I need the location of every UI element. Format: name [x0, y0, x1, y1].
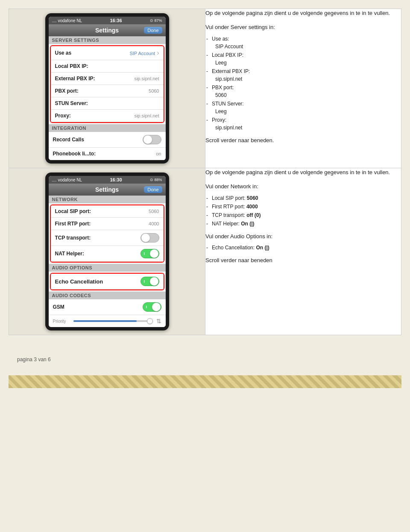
row-pbx-port: PBX port: 5060 [51, 85, 164, 97]
row-use-as[interactable]: Use as SIP Account [51, 46, 164, 60]
iphone-screen-bottom: .... vodafone NL 16:30 ⊙ 88% Settings Do… [49, 176, 166, 327]
highlight-echo: Echo Cancellation I [50, 273, 164, 290]
instruction-local-pbx: Local PBX IP:Leeg [205, 51, 401, 67]
instruction-nat: NAT Helper: On (|) [205, 219, 401, 228]
toggle-knob-echo [150, 277, 158, 286]
toggle-label-nat: I [144, 251, 145, 256]
toggle-record-calls[interactable] [143, 135, 161, 144]
instruction-sip-port: Local SIP port: 5060 [205, 194, 401, 202]
value-rtp-port: 4000 [149, 221, 159, 226]
value-phonebook: on [156, 151, 161, 156]
label-gsm: GSM [53, 304, 64, 310]
toggle-label-echo: I [144, 279, 145, 284]
value-ext-pbx: sip.sipnl.net [134, 76, 159, 81]
row-echo[interactable]: Echo Cancellation I [51, 274, 164, 289]
instruction-pbx-port: PBX port:5060 [205, 83, 401, 99]
instruction-proxy: Proxy:sip.sipnl.net [205, 116, 401, 132]
instruction-ext-pbx: External PBX IP:sip.sipnl.net [205, 67, 401, 83]
page-number: pagina 3 van 6 [17, 357, 51, 362]
label-rtp-port: First RTP port: [55, 221, 91, 227]
status-bar-top: .... vodafone NL 16:36 ⊙ 87% [49, 17, 166, 24]
label-local-sip: Local SIP port: [55, 208, 91, 214]
carrier-top: .... vodafone NL [52, 18, 82, 23]
instruction-stun: STUN Server:Leeg [205, 99, 401, 116]
label-record-calls: Record Calls [53, 137, 84, 143]
label-echo: Echo Cancellation [55, 278, 103, 285]
bottom-audio-label: Vul onder Audio Options in: [205, 232, 401, 241]
highlight-network: Local SIP port: 5060 First RTP port: 400… [50, 205, 164, 263]
label-stun: STUN Server: [55, 100, 88, 106]
highlight-server: Use as SIP Account Local PBX IP: Externa… [50, 45, 164, 123]
row-proxy: Proxy: sip.sipnl.net [51, 110, 164, 122]
toggle-knob-nat [150, 249, 158, 258]
bottom-right-cell: Op de volgende pagina zijn dient u de vo… [205, 168, 401, 335]
row-phonebook: Phonebook li...to: on [49, 148, 166, 160]
label-ext-pbx: External PBX IP: [55, 76, 95, 82]
label-tcp: TCP transport: [55, 235, 91, 241]
top-intro-text: Op de volgende pagina zijn dient u de vo… [205, 9, 401, 18]
bottom-stripe [9, 375, 401, 388]
done-button-bottom[interactable]: Done [144, 186, 162, 193]
integration-header: Integration [49, 124, 166, 132]
label-nat: NAT Helper: [55, 251, 84, 257]
row-record-calls[interactable]: Record Calls [49, 132, 166, 148]
status-bar-bottom: .... vodafone NL 16:30 ⊙ 88% [49, 176, 166, 184]
instruction-use-as: Use as:SIP Account [205, 35, 401, 51]
time-top: 16:36 [110, 18, 122, 23]
label-phonebook: Phonebook li...to: [53, 151, 96, 157]
toggle-nat[interactable]: I [141, 249, 159, 258]
top-instructions-list: Use as:SIP Account Local PBX IP:Leeg Ext… [205, 35, 401, 132]
battery-bottom: ⊙ 88% [150, 178, 162, 182]
page-footer: pagina 3 van 6 [9, 352, 401, 371]
priority-label: Priority [53, 319, 70, 324]
top-section-label: Vul onder Server settings in: [205, 23, 401, 32]
page-wrapper: .... vodafone NL 16:36 ⊙ 87% Settings Do… [0, 0, 410, 397]
toggle-knob-tcp [141, 234, 150, 242]
toggle-knob-gsm [152, 303, 161, 311]
server-settings-header: Server settings [49, 36, 166, 44]
row-nat[interactable]: NAT Helper: I [51, 246, 164, 262]
audio-options-header: Audio Options [49, 264, 166, 272]
top-right-cell: Op de volgende pagina zijn dient u de vo… [205, 9, 401, 168]
row-local-sip: Local SIP port: 5060 [51, 205, 164, 218]
row-gsm[interactable]: GSM I [49, 299, 166, 315]
label-proxy: Proxy: [55, 113, 71, 119]
instruction-tcp: TCP transport: off (0) [205, 211, 401, 219]
navbar-title-top: Settings [95, 27, 119, 34]
audio-codecs-header: Audio Codecs [49, 292, 166, 299]
instruction-rtp-port: First RTP port: 4000 [205, 202, 401, 211]
bottom-audio-list: Echo Cancellation: On (|) [205, 243, 401, 252]
row-ext-pbx: External PBX IP: sip.sipnl.net [51, 73, 164, 85]
bottom-network-label: Vul onder Network in: [205, 182, 401, 191]
label-local-pbx: Local PBX IP: [55, 63, 88, 69]
priority-icon: ⇅ [156, 318, 161, 324]
toggle-tcp[interactable] [141, 233, 159, 243]
navbar-top: Settings Done [49, 24, 166, 36]
row-rtp-port: First RTP port: 4000 [51, 218, 164, 230]
toggle-knob-record [144, 135, 152, 144]
toggle-label-gsm: I [146, 305, 147, 309]
priority-knob[interactable] [147, 318, 153, 324]
value-proxy: sip.sipnl.net [134, 113, 159, 118]
network-header: Network [49, 196, 166, 203]
value-use-as: SIP Account [129, 49, 159, 57]
navbar-title-bottom: Settings [95, 186, 119, 193]
toggle-gsm[interactable]: I [143, 302, 161, 312]
bottom-left-cell: .... vodafone NL 16:30 ⊙ 88% Settings Do… [9, 168, 205, 335]
priority-container: Priority ⇅ [49, 315, 166, 327]
row-tcp[interactable]: TCP transport: [51, 230, 164, 246]
time-bottom: 16:30 [110, 177, 122, 182]
top-section-table: .... vodafone NL 16:36 ⊙ 87% Settings Do… [9, 9, 401, 335]
bottom-intro-text: Op de volgende pagina zijn dient u de vo… [205, 168, 401, 177]
done-button-top[interactable]: Done [144, 27, 162, 34]
iphone-top: .... vodafone NL 16:36 ⊙ 87% Settings Do… [45, 13, 169, 164]
instruction-echo: Echo Cancellation: On (|) [205, 243, 401, 252]
priority-bar[interactable] [73, 320, 153, 322]
value-local-sip: 5060 [149, 209, 159, 214]
iphone-bottom: .... vodafone NL 16:30 ⊙ 88% Settings Do… [45, 172, 169, 330]
row-local-pbx: Local PBX IP: [51, 60, 164, 73]
top-left-cell: .... vodafone NL 16:36 ⊙ 87% Settings Do… [9, 9, 205, 168]
row-stun: STUN Server: [51, 97, 164, 110]
toggle-echo[interactable]: I [141, 277, 159, 286]
carrier-bottom: .... vodafone NL [52, 178, 82, 182]
